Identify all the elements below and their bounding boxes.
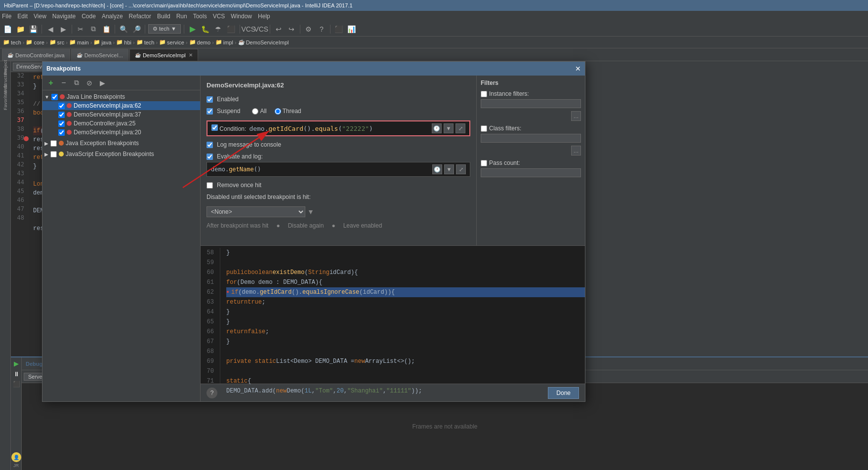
debug-icon-rebel[interactable]: JR	[13, 463, 19, 468]
bp-copy-btn[interactable]: ⧉	[71, 78, 82, 88]
vcs-btn2[interactable]: VCS	[256, 24, 267, 35]
evaluate-dropdown-btn[interactable]: ▼	[444, 164, 454, 174]
java-exception-category[interactable]: ▶ Java Exception Breakpoints	[42, 139, 200, 148]
stop-btn[interactable]: ⬛	[226, 24, 237, 35]
disabled-until-select[interactable]: <None>	[207, 206, 305, 217]
js-exception-checkbox[interactable]	[50, 151, 57, 157]
condition-box[interactable]: Condition: demo.getIdCard().equals("2222…	[207, 120, 470, 136]
evaluate-box[interactable]: demo.getName() 🕐 ▼ ⤢	[207, 162, 470, 177]
java-exception-checkbox[interactable]	[50, 140, 57, 147]
toolbar-search2-btn[interactable]: 🔎	[131, 24, 142, 35]
vcs-btn1[interactable]: VCS	[243, 24, 254, 35]
breadcrumb-demoserviceimpl[interactable]: ☕ DemoServiceImpl	[238, 39, 289, 45]
breadcrumb-core[interactable]: 📁 core	[26, 39, 44, 45]
thread-radio[interactable]	[275, 108, 281, 115]
class-filter-extra[interactable]: …	[571, 146, 581, 156]
bp-item-20-checkbox[interactable]	[58, 129, 65, 136]
instance-filter-extra[interactable]: …	[571, 111, 581, 121]
evaluate-checkbox[interactable]	[207, 154, 213, 160]
condition-expand-btn[interactable]: ⤢	[455, 123, 465, 133]
toolbar-back-btn[interactable]: ◀	[45, 24, 56, 35]
breadcrumb-hbi[interactable]: 📁 hbi	[116, 39, 131, 45]
enabled-checkbox[interactable]	[207, 96, 213, 103]
settings-btn[interactable]: ⚙	[303, 24, 314, 35]
bp-item-20[interactable]: DemoServiceImpl.java:20	[42, 128, 200, 137]
all-radio[interactable]	[252, 108, 258, 115]
tech-dropdown[interactable]: ⚙ tech ▼	[148, 24, 181, 34]
tab-democontroller[interactable]: ☕ DemoController.java	[2, 49, 70, 61]
instance-filter-input[interactable]	[481, 99, 581, 108]
bp-item-37-checkbox[interactable]	[58, 112, 65, 118]
toolbar-new-btn[interactable]: 📄	[2, 24, 13, 35]
menu-help[interactable]: Help	[258, 13, 270, 20]
breadcrumb-impl[interactable]: 📁 impl	[215, 39, 233, 45]
bp-item-25[interactable]: DemoController.java:25	[42, 119, 200, 128]
help-btn[interactable]: ?	[316, 24, 327, 35]
js-exception-category[interactable]: ▶ JavaScript Exception Breakpoints	[42, 150, 200, 158]
toolbar-cut-btn[interactable]: ✂	[75, 24, 86, 35]
bp-item-37[interactable]: DemoServiceImpl.java:37	[42, 110, 200, 119]
menu-edit[interactable]: Edit	[17, 13, 28, 20]
bp-resume-btn[interactable]: ▶	[97, 78, 108, 88]
toolbar-search-btn[interactable]: 🔍	[118, 24, 129, 35]
class-filter-input[interactable]	[481, 134, 581, 143]
pass-count-input[interactable]	[481, 168, 581, 177]
thread-radio-label[interactable]: Thread	[275, 108, 301, 115]
run-coverage-btn[interactable]: ☂	[213, 24, 224, 35]
bp-add-btn[interactable]: +	[45, 78, 56, 88]
toolbar-paste-btn[interactable]: 📋	[101, 24, 112, 35]
extra-btn[interactable]: 📊	[346, 24, 357, 35]
log-message-checkbox[interactable]	[207, 142, 213, 148]
condition-dropdown-btn[interactable]: ▼	[444, 123, 454, 133]
run-btn[interactable]: ▶	[187, 24, 198, 35]
remove-once-checkbox[interactable]	[207, 182, 213, 189]
bp-item-62-checkbox[interactable]	[58, 103, 65, 109]
bp-remove-btn[interactable]: −	[58, 78, 69, 88]
java-line-category-checkbox[interactable]	[51, 94, 58, 100]
toolbar-copy-btn[interactable]: ⧉	[88, 24, 99, 35]
debug-icon-person[interactable]: 👤	[11, 452, 21, 462]
breadcrumb-main[interactable]: 📁 main	[69, 39, 89, 45]
tab-demoserviceimpl[interactable]: ☕ DemoServiceImpl ✕	[129, 49, 198, 61]
menu-vcs[interactable]: VCS	[213, 13, 225, 20]
class-filter-checkbox[interactable]	[481, 125, 487, 132]
breadcrumb-src[interactable]: 📁 src	[49, 39, 65, 45]
bp-item-25-checkbox[interactable]	[58, 120, 65, 127]
breadcrumb-tech2[interactable]: 📁 tech	[136, 39, 155, 45]
menu-view[interactable]: View	[34, 13, 46, 20]
menu-code[interactable]: Code	[82, 13, 96, 20]
menu-run[interactable]: Run	[176, 13, 187, 20]
sidebar-structure-icon[interactable]: Structure	[1, 74, 10, 83]
menu-navigate[interactable]: Navigate	[52, 13, 76, 20]
menu-window[interactable]: Window	[231, 13, 252, 20]
pass-count-checkbox[interactable]	[481, 160, 487, 166]
suspend-checkbox[interactable]	[207, 108, 213, 115]
breadcrumb-tech[interactable]: 📁 tech	[3, 39, 21, 45]
debug-icon-stop[interactable]: ⬛	[12, 379, 21, 388]
menu-file[interactable]: File	[2, 13, 11, 20]
undo-btn[interactable]: ↩	[273, 24, 284, 35]
toolbar-save-btn[interactable]: 💾	[28, 24, 39, 35]
java-line-breakpoints-category[interactable]: ▼ Java Line Breakpoints	[42, 92, 200, 101]
dialog-close-btn[interactable]: ✕	[575, 65, 581, 73]
debug-icon-pause[interactable]: ⏸	[12, 369, 21, 378]
debug-icon-run[interactable]: ▶	[12, 359, 21, 368]
bp-disable-btn[interactable]: ⊘	[84, 78, 95, 88]
redo-btn[interactable]: ↪	[286, 24, 297, 35]
evaluate-expand-btn[interactable]: ⤢	[456, 164, 466, 174]
breadcrumb-demo[interactable]: 📁 demo	[189, 39, 211, 45]
menu-tools[interactable]: Tools	[193, 13, 207, 20]
menu-refactor[interactable]: Refactor	[129, 13, 151, 20]
breadcrumb-service[interactable]: 📁 service	[159, 39, 184, 45]
toolbar-open-btn[interactable]: 📁	[15, 24, 26, 35]
breadcrumb-java[interactable]: 📁 java	[93, 39, 111, 45]
sidebar-favorites-icon[interactable]: Favorites	[1, 96, 10, 105]
tab-demoserviceimpl-close[interactable]: ✕	[189, 52, 193, 58]
debug-btn[interactable]: 🐛	[200, 24, 211, 35]
bp-item-62[interactable]: DemoServiceImpl.java:62	[42, 101, 200, 110]
tab-demoservice[interactable]: ☕ DemoServiceI...	[71, 49, 128, 61]
evaluate-history-btn[interactable]: 🕐	[432, 164, 442, 174]
condition-history-btn[interactable]: 🕐	[432, 123, 442, 133]
toolbar-forward-btn[interactable]: ▶	[58, 24, 69, 35]
condition-checkbox[interactable]	[211, 124, 218, 131]
